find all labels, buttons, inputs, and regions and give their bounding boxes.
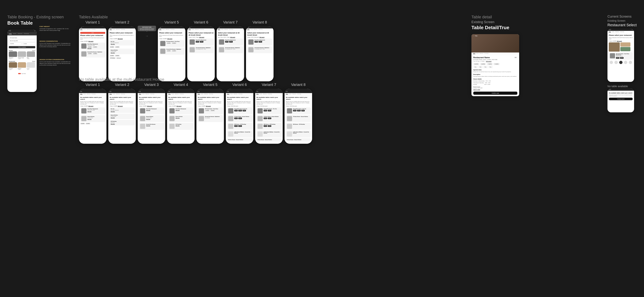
nt-v3-nav[interactable]: Tables bbox=[139, 94, 141, 95]
nt-v6-chip-2[interactable]: 00:00 bbox=[238, 110, 242, 112]
v7-nav-bed[interactable]: Bedrooms bbox=[224, 29, 228, 30]
nt-v2-menu-3[interactable]: View menu bbox=[111, 124, 134, 124]
nt-v6-nav-b[interactable]: Bedrooms bbox=[234, 94, 238, 95]
v7-nav-tables[interactable]: Tables bbox=[218, 29, 220, 30]
guests-field[interactable]: 2 seats bbox=[22, 42, 35, 45]
detail-filter-2[interactable]: Filter bbox=[478, 66, 483, 68]
nt-v1-nav-b[interactable]: Bedrooms bbox=[87, 94, 91, 95]
v8-nav-bed[interactable]: Bedrooms bbox=[254, 29, 258, 30]
nt-v4-menu-3[interactable]: View menu bbox=[176, 125, 192, 126]
time-field[interactable]: 7:00 PM bbox=[9, 42, 22, 45]
cs-nav-events[interactable]: Events bbox=[612, 32, 614, 32]
nt-v7-chip-4[interactable]: 00:00 bbox=[268, 118, 271, 119]
v2-chip-2[interactable]: 05:00PM bbox=[115, 46, 120, 48]
nt-v5-nav-s[interactable]: Screenings bbox=[209, 94, 213, 95]
nt-v7-chip-3[interactable]: 00:00 bbox=[264, 118, 267, 119]
v6-chip-1[interactable]: 00:00 bbox=[196, 41, 199, 42]
v2-chip-1[interactable]: 02:00PM bbox=[110, 46, 114, 48]
cs-chip-2[interactable]: 00:00 bbox=[620, 57, 624, 59]
nav-events[interactable]: Events bbox=[13, 33, 16, 34]
cs-tab-3[interactable] bbox=[619, 61, 622, 64]
nt-v7-nav[interactable]: Tables bbox=[256, 94, 259, 95]
nt-v1-nav[interactable]: Tables bbox=[80, 94, 82, 95]
nt-v4-nav-e[interactable]: Events bbox=[172, 94, 174, 95]
nt-v7-nav-e[interactable]: Events bbox=[260, 94, 262, 95]
nt-v1-menu-2[interactable]: View menu bbox=[88, 119, 104, 120]
nt-v6-chip-6[interactable]: 00:00 bbox=[234, 125, 238, 127]
cs-chip-1[interactable]: 00:00 bbox=[616, 57, 620, 59]
v8-chip-1[interactable]: 00:00 bbox=[254, 41, 258, 42]
nt-v5-chip-2[interactable]: 05:00PM bbox=[210, 110, 215, 112]
nt-v6-chip-1[interactable]: 00:00 bbox=[234, 110, 238, 112]
detail-open-map-btn[interactable]: Open in maps bbox=[473, 89, 517, 90]
nt-v8-chip-1[interactable]: 00:00 bbox=[293, 110, 296, 112]
nt-v6-chip-3[interactable]: 00:00 bbox=[242, 110, 246, 112]
detail-time-4[interactable]: 7:30PM bbox=[494, 63, 500, 65]
detail-filter-1[interactable]: Filter bbox=[473, 66, 478, 68]
restaurant-card-1[interactable]: Cecconi's London bbox=[9, 62, 17, 70]
nt-v5-nav-e[interactable]: Events bbox=[201, 94, 204, 95]
v2-chip-4[interactable]: 05:00PM bbox=[115, 55, 120, 56]
v8-nav-events[interactable]: Events bbox=[250, 29, 253, 30]
nt-v5-nav-b[interactable]: Bedrooms bbox=[204, 94, 208, 95]
nt-v4-menu-2[interactable]: View menu bbox=[176, 118, 192, 118]
restaurant-card-2[interactable]: Kettner's London bbox=[18, 62, 26, 70]
house-card-3[interactable]: More London bbox=[27, 52, 35, 59]
nt-v2-nav-s[interactable]: Screenings bbox=[121, 94, 125, 95]
nt-v7-chip-6[interactable]: 00:00 bbox=[268, 125, 271, 127]
nt-v1-edit[interactable]: Edit search bbox=[88, 106, 94, 107]
nt-v4-nav-b[interactable]: Bedrooms bbox=[175, 94, 179, 95]
cs-nav-tables[interactable]: Tables bbox=[608, 32, 611, 32]
v6-nav-screen[interactable]: Screenings bbox=[200, 29, 204, 30]
detail-time-2[interactable]: 5:30PM bbox=[480, 63, 486, 65]
v6-nav-events[interactable]: Events bbox=[192, 29, 194, 30]
nt-v2-edit[interactable]: Edit search bbox=[118, 106, 123, 107]
v5-chip-1[interactable]: 02:00PM bbox=[166, 42, 171, 44]
v1-edit-search[interactable]: Edit search bbox=[88, 41, 94, 42]
v2-view-menu-2[interactable]: View menu bbox=[111, 52, 134, 53]
v1-time-chip-2[interactable]: 05:00PM bbox=[93, 46, 98, 48]
v5-nav-bed[interactable]: Bedrooms bbox=[166, 29, 170, 30]
v2-chip-5[interactable]: 270 Rooftop bbox=[110, 57, 116, 59]
nt-v1-chip-1[interactable]: 02:00PM bbox=[80, 123, 85, 124]
restaurants-see-all[interactable]: See all bbox=[32, 60, 35, 62]
nt-v6-chip-5[interactable]: 00:00 bbox=[238, 118, 242, 119]
v7-edit[interactable]: Edit search bbox=[230, 37, 235, 38]
v1-view-menu[interactable]: View menu bbox=[88, 48, 104, 49]
cs-tab-4[interactable] bbox=[624, 61, 627, 64]
nt-v6-nav-e[interactable]: Events bbox=[230, 94, 233, 95]
nt-v2-menu[interactable]: View menu bbox=[111, 111, 134, 112]
detail-time-3[interactable]: 7:00PM bbox=[487, 63, 493, 65]
nt-v5-chip-1[interactable]: 02:00PM bbox=[205, 110, 210, 112]
nt-v4-menu[interactable]: View menu bbox=[176, 110, 192, 111]
nt-v3-menu[interactable]: View menu bbox=[146, 110, 163, 111]
v5-nav-tables[interactable]: Tables bbox=[159, 29, 161, 30]
nt-v2-menu-2[interactable]: View menu bbox=[111, 117, 134, 118]
detail-filter-4[interactable]: Filter bbox=[488, 66, 493, 68]
nt-v4-nav[interactable]: Tables bbox=[168, 94, 170, 95]
v2-chip-3[interactable]: 02:00PM bbox=[110, 55, 114, 56]
restaurant-card-3[interactable]: La Co... Lond... bbox=[27, 62, 35, 70]
detail-back-btn[interactable]: ← Title bbox=[473, 35, 478, 37]
nt-v7-chip-5[interactable]: 00:00 bbox=[264, 125, 267, 127]
v5-nav-screen[interactable]: Screenings bbox=[170, 29, 174, 30]
check-availability-btn[interactable]: Check availability bbox=[9, 46, 35, 48]
cs-tab-2[interactable] bbox=[614, 61, 618, 64]
v1-nav-tables[interactable]: Tables bbox=[80, 29, 82, 30]
nt-v6-chip-7[interactable]: 00:00 bbox=[238, 125, 242, 127]
v7-nav-events[interactable]: Events bbox=[221, 29, 224, 30]
nt-v8-nav[interactable]: Tables bbox=[286, 94, 288, 95]
detail-time-1[interactable]: 5:00PM bbox=[473, 63, 479, 65]
v1-time-chip-3[interactable]: 10:00PM bbox=[88, 53, 92, 54]
v5-chip-2[interactable]: 05:00PM bbox=[172, 42, 176, 44]
v1-nav-bed[interactable]: Bedrooms bbox=[87, 29, 91, 30]
nt-v6-nav[interactable]: Tables bbox=[227, 94, 229, 95]
nav-tables[interactable]: Tables bbox=[9, 33, 12, 34]
v8-nav-tables[interactable]: Tables bbox=[247, 29, 250, 30]
v7-chip-1[interactable]: 00:00 bbox=[225, 41, 228, 42]
v5-chip-3[interactable]: 10:00PM bbox=[166, 50, 171, 52]
v5-nav-events[interactable]: Events bbox=[162, 29, 165, 30]
detail-confirm-btn[interactable]: Confirm seat bbox=[473, 92, 517, 95]
nt-v5-edit[interactable]: Edit search bbox=[206, 106, 211, 107]
v2-nav-tables[interactable]: Tables bbox=[110, 29, 112, 30]
